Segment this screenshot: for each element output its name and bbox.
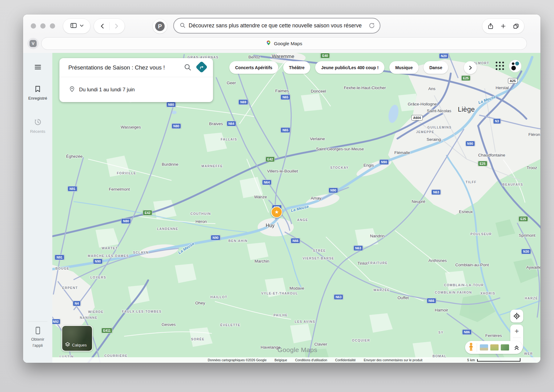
sidebar-divider bbox=[28, 321, 47, 322]
back-button[interactable] bbox=[99, 22, 106, 30]
filter-chip[interactable]: Théâtre bbox=[283, 61, 311, 74]
map-label: Burdinne bbox=[162, 162, 178, 166]
map-canvas[interactable]: GRAS-AVERNASBerlozWaremmeMILMORTGeerFaim… bbox=[52, 53, 540, 363]
map-label: Héron bbox=[195, 219, 207, 224]
road-shield: N80 bbox=[171, 123, 181, 129]
filter-chip[interactable]: Concerts Apéritifs bbox=[229, 61, 278, 74]
directions-arrow-icon bbox=[199, 64, 205, 70]
road-shield: N3 bbox=[493, 118, 501, 124]
filter-chip[interactable]: Musique bbox=[389, 61, 419, 74]
map-label: PAILHE bbox=[274, 313, 288, 317]
phone-icon bbox=[34, 331, 42, 336]
map-label: MARCHE-LES-DAMES bbox=[88, 254, 129, 258]
nav-divider bbox=[109, 22, 110, 30]
active-tab[interactable]: Google Maps bbox=[41, 37, 527, 50]
map-label: STOCKAY bbox=[330, 166, 349, 169]
window-minimize-button[interactable] bbox=[40, 23, 46, 29]
imagery-thumbnail[interactable] bbox=[501, 344, 509, 350]
get-app-button[interactable]: Obtenir l'appli bbox=[23, 327, 52, 349]
map-label: LOYERS bbox=[90, 275, 106, 279]
map-label: Esneux bbox=[459, 209, 473, 214]
scale-control: 5 km bbox=[467, 357, 521, 363]
map-label: WER bbox=[524, 352, 533, 355]
sidebar-item-saved[interactable]: Enregistré bbox=[23, 85, 52, 101]
map-label: SCLAYN bbox=[133, 251, 149, 254]
profile-avatar[interactable]: V bbox=[27, 38, 39, 49]
forward-button[interactable] bbox=[113, 22, 120, 30]
search-button[interactable] bbox=[184, 63, 192, 71]
filter-chip[interactable]: Danse bbox=[424, 61, 448, 74]
my-location-button[interactable] bbox=[510, 310, 523, 323]
google-apps-button[interactable] bbox=[495, 61, 505, 71]
road-shield: N80 bbox=[121, 218, 131, 224]
map-label: Herstal bbox=[496, 85, 509, 90]
maps-sidebar: Enregistré Récents bbox=[23, 53, 52, 363]
saved-place-marker[interactable]: ★ bbox=[271, 206, 283, 218]
sidebar-panel-icon bbox=[70, 22, 77, 30]
map-label: VIERSET-BARSE bbox=[303, 256, 334, 260]
sidebar-item-recents[interactable]: Récents bbox=[23, 118, 52, 134]
search-input[interactable]: Présentations de Saison : Chez vous ! bbox=[68, 58, 165, 77]
pegman-icon[interactable] bbox=[468, 343, 474, 353]
map-label: Clavier bbox=[314, 342, 327, 346]
map-label: La Meuse bbox=[478, 94, 496, 105]
menu-button[interactable] bbox=[23, 64, 52, 72]
map-label: FAULX-LES-TOMBES bbox=[122, 310, 162, 313]
road-shield: N90 bbox=[465, 141, 475, 146]
attribution-link[interactable]: Confidentialité bbox=[335, 358, 356, 362]
category-chip-row: Concerts ApéritifsThéâtreJeune public/Le… bbox=[229, 61, 448, 74]
map-label: FRAITURE bbox=[368, 261, 387, 265]
attribution-link[interactable]: Belgique bbox=[275, 358, 287, 362]
share-button[interactable] bbox=[487, 23, 494, 30]
attribution-link[interactable]: Envoyer des commentaires sur le produit bbox=[364, 358, 423, 362]
desktop-background: P Découvrez sans plus attendre ce que ce… bbox=[0, 0, 554, 392]
road-shield: N4 bbox=[73, 301, 81, 306]
map-label: FALLAIS bbox=[221, 137, 237, 141]
locate-icon bbox=[513, 312, 520, 320]
road-shield: N20 bbox=[439, 53, 448, 59]
double-chevron-up-icon bbox=[514, 345, 520, 350]
street-view-divider bbox=[477, 343, 477, 352]
map-label: Ohey bbox=[195, 301, 205, 305]
filter-chip[interactable]: Jeune public/Les 400 coup ! bbox=[315, 61, 384, 74]
map-label: Fernelmont bbox=[109, 187, 130, 192]
hamburger-icon bbox=[34, 66, 41, 71]
reload-button[interactable] bbox=[368, 22, 375, 29]
attribution-link[interactable]: Conditions d'utilisation bbox=[295, 358, 327, 362]
road-shield: N86 bbox=[462, 329, 472, 335]
account-avatar-button[interactable] bbox=[509, 60, 522, 73]
map-label: COUTHUIN bbox=[191, 212, 211, 216]
star-icon: ★ bbox=[275, 210, 279, 215]
layers-button[interactable]: Calques bbox=[62, 325, 93, 351]
search-row[interactable]: Présentations de Saison : Chez vous ! bbox=[59, 58, 213, 77]
map-label: Trooz bbox=[527, 165, 537, 170]
pinterest-extension-button[interactable]: P bbox=[153, 19, 167, 34]
map-label: ERPENT bbox=[62, 286, 78, 290]
road-shield: N91 bbox=[68, 186, 77, 192]
imagery-thumbnail[interactable] bbox=[480, 344, 488, 350]
profile-initial: V bbox=[30, 40, 37, 47]
date-filter-row[interactable]: Du lundi 1 au lundi 7 juin bbox=[59, 77, 213, 102]
new-tab-button[interactable] bbox=[500, 23, 506, 29]
zoom-in-button[interactable]: + bbox=[510, 325, 523, 338]
tab-overview-button[interactable] bbox=[512, 23, 520, 30]
map-label: Fexhe-le-Haut-Clocher bbox=[344, 85, 386, 90]
sidebar-toggle-button[interactable] bbox=[63, 19, 90, 34]
road-shield: N64 bbox=[227, 121, 236, 126]
road-shield: E42 bbox=[265, 156, 275, 162]
road-shield: N30 bbox=[521, 249, 531, 254]
window-close-button[interactable] bbox=[31, 23, 36, 29]
map-label: OCQUIER bbox=[352, 339, 370, 342]
imagery-thumbnail[interactable] bbox=[490, 344, 499, 350]
directions-button[interactable] bbox=[195, 61, 208, 73]
get-app-label-line1: Obtenir bbox=[23, 336, 52, 343]
collapse-button[interactable] bbox=[514, 345, 520, 350]
search-panel: Présentations de Saison : Chez vous ! bbox=[59, 58, 213, 102]
map-label: POULSEUR bbox=[470, 232, 492, 236]
address-bar[interactable]: Découvrez sans plus attendre ce que cett… bbox=[173, 18, 380, 34]
road-shield: N65 bbox=[281, 127, 290, 133]
window-zoom-button[interactable] bbox=[50, 23, 55, 29]
road-shield: N64 bbox=[262, 180, 271, 185]
attribution-bar: Données cartographiques ©2026 GoogleBelg… bbox=[52, 357, 540, 363]
more-chips-button[interactable] bbox=[464, 61, 477, 74]
